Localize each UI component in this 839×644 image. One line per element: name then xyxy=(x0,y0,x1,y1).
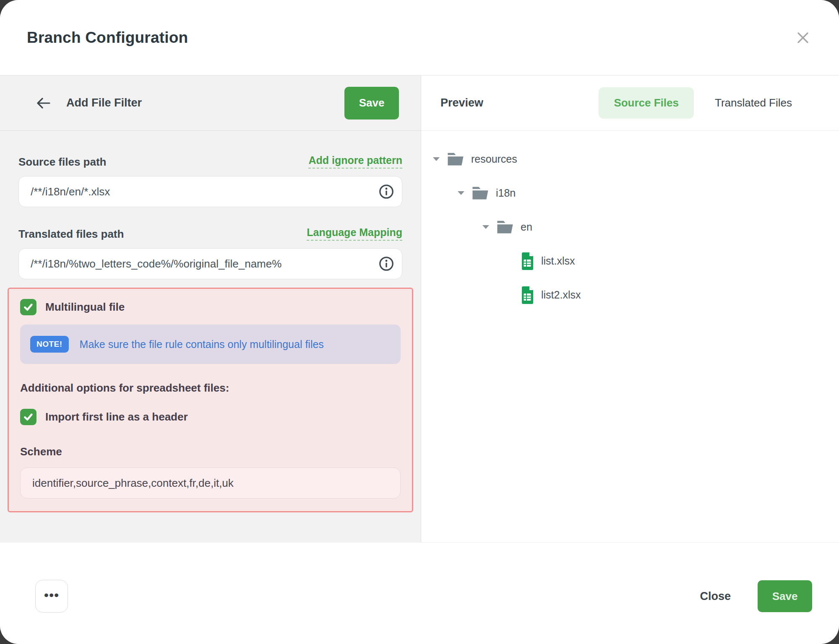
source-path-label: Source files path xyxy=(18,156,107,169)
import-header-checkbox[interactable] xyxy=(20,409,36,425)
tree-row-i18n[interactable]: i18n xyxy=(432,176,839,210)
multilingual-checkbox-label: Multilingual file xyxy=(45,301,125,314)
preview-title: Preview xyxy=(440,96,483,109)
info-icon[interactable] xyxy=(378,183,395,200)
tree-label: en xyxy=(521,221,532,233)
tree-row-resources[interactable]: resources xyxy=(432,142,839,176)
spreadsheet-options-label: Additional options for spreadsheet files… xyxy=(20,382,401,395)
file-filter-header: Add File Filter Save xyxy=(0,75,421,131)
folder-icon xyxy=(472,186,489,200)
translated-path-input[interactable] xyxy=(18,248,402,279)
chevron-down-icon[interactable] xyxy=(481,225,490,229)
dialog-body: Add File Filter Save Source files path A… xyxy=(0,75,839,542)
back-arrow-icon[interactable] xyxy=(35,96,52,111)
panel-title: Add File Filter xyxy=(66,96,142,109)
tree-label: list2.xlsx xyxy=(541,289,581,301)
file-filter-form: Source files path Add ignore pattern Tr xyxy=(0,131,421,512)
tree-label: list.xlsx xyxy=(541,255,575,267)
branch-configuration-dialog: Branch Configuration Add File Filter xyxy=(0,0,839,644)
translated-path-label: Translated files path xyxy=(18,228,124,241)
add-ignore-pattern-link[interactable]: Add ignore pattern xyxy=(308,154,402,169)
chevron-down-icon[interactable] xyxy=(456,191,466,195)
dialog-title-bar: Branch Configuration xyxy=(0,0,839,75)
info-icon[interactable] xyxy=(378,255,395,272)
spreadsheet-file-icon xyxy=(521,286,534,304)
source-path-input-wrap xyxy=(18,176,402,207)
close-button[interactable]: Close xyxy=(700,590,731,603)
file-filter-panel: Add File Filter Save Source files path A… xyxy=(0,75,421,542)
multilingual-options-section: Multilingual file NOTE! Make sure the fi… xyxy=(8,288,413,512)
source-path-input[interactable] xyxy=(18,176,402,207)
file-tree: resources i18n en xyxy=(421,131,839,312)
dialog-save-button[interactable]: Save xyxy=(758,580,812,612)
folder-icon xyxy=(447,152,464,166)
note-box: NOTE! Make sure the file rule contains o… xyxy=(20,325,401,364)
language-mapping-link[interactable]: Language Mapping xyxy=(307,226,402,241)
multilingual-checkbox-row: Multilingual file xyxy=(20,299,401,315)
close-icon[interactable] xyxy=(794,29,812,47)
dialog-title: Branch Configuration xyxy=(27,29,188,47)
source-path-row: Source files path Add ignore pattern xyxy=(18,154,402,169)
folder-icon xyxy=(496,220,514,234)
dialog-footer: ••• Close Save xyxy=(0,542,839,644)
import-header-checkbox-label: Import first line as a header xyxy=(45,410,188,423)
tab-translated-files[interactable]: Translated Files xyxy=(700,87,807,119)
note-badge: NOTE! xyxy=(30,336,69,353)
tree-label: resources xyxy=(471,153,517,165)
multilingual-checkbox[interactable] xyxy=(20,299,36,315)
tree-row-list-xlsx[interactable]: list.xlsx xyxy=(432,244,839,278)
scheme-input[interactable] xyxy=(20,467,401,499)
chevron-down-icon[interactable] xyxy=(432,157,441,161)
spreadsheet-file-icon xyxy=(521,252,534,270)
translated-path-row: Translated files path Language Mapping xyxy=(18,226,402,241)
import-header-checkbox-row: Import first line as a header xyxy=(20,409,401,425)
preview-panel: Preview Source Files Translated Files re… xyxy=(421,75,839,542)
scheme-label: Scheme xyxy=(20,445,401,458)
tree-label: i18n xyxy=(496,187,516,199)
tree-row-en[interactable]: en xyxy=(432,210,839,244)
translated-path-input-wrap xyxy=(18,248,402,279)
tab-source-files[interactable]: Source Files xyxy=(599,87,694,119)
more-options-button[interactable]: ••• xyxy=(35,580,68,613)
preview-header: Preview Source Files Translated Files xyxy=(421,75,839,131)
tree-row-list2-xlsx[interactable]: list2.xlsx xyxy=(432,278,839,312)
save-button-label: Save xyxy=(772,590,798,603)
note-text: Make sure the file rule contains only mu… xyxy=(80,338,324,351)
filter-save-button[interactable]: Save xyxy=(344,87,399,119)
